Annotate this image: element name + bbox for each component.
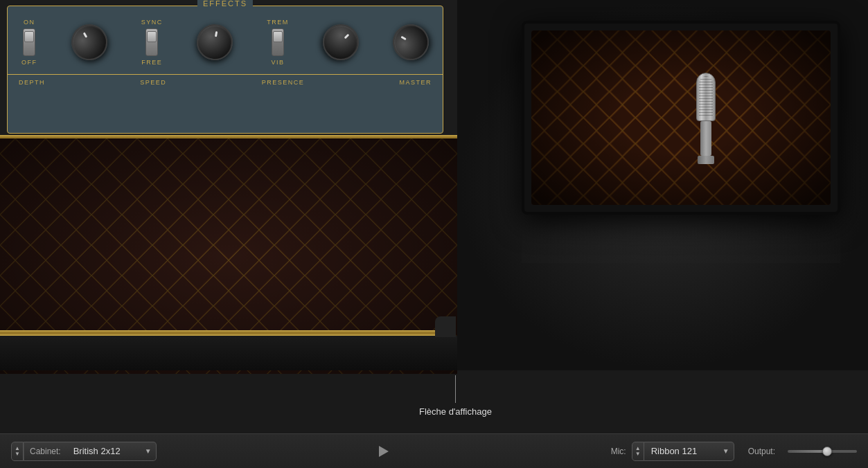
tooltip-text: Flèche d'affichage (419, 406, 492, 418)
effects-label: EFFECTS (197, 0, 253, 8)
tooltip-annotation: Flèche d'affichage (419, 375, 492, 418)
on-off-toggle[interactable] (23, 28, 35, 56)
play-triangle-icon (379, 446, 389, 457)
controls-row: ON OFF SYNC FREE TREM VIB (8, 6, 443, 66)
microphone[interactable] (696, 73, 716, 163)
trem-vib-group: TREM VIB (267, 19, 289, 66)
presence-bottom-label: PRESENCE (262, 79, 305, 86)
output-control-group: Output: (748, 447, 857, 456)
tooltip-line (455, 375, 456, 403)
off-label: OFF (21, 59, 37, 66)
amp-bottom-frame (0, 330, 450, 336)
sync-free-toggle[interactable] (145, 28, 158, 56)
mic-value: Ribbon 121 (651, 446, 698, 456)
play-button[interactable] (375, 443, 392, 460)
output-slider[interactable] (788, 450, 857, 453)
knob1-group (71, 24, 107, 60)
mic-label: Mic: (611, 447, 626, 456)
corner-bracket (435, 316, 456, 337)
svg-rect-5 (531, 30, 831, 205)
mic-select[interactable]: Ribbon 121 (644, 442, 734, 461)
depth-bottom-label: DEPTH (19, 79, 45, 86)
mic-base (698, 156, 714, 164)
cab-view-container (515, 14, 847, 222)
cab-reflection (522, 225, 840, 263)
cab-grille (531, 30, 831, 205)
sync-free-group: SYNC FREE (141, 19, 163, 66)
master-bottom-label: MASTER (399, 79, 432, 86)
free-label: FREE (141, 59, 162, 66)
sync-label: SYNC (141, 19, 163, 26)
cabinet-control-group: ▲ ▼ Cabinet: British 2x12 ▼ (11, 442, 157, 461)
trem-vib-toggle[interactable] (272, 28, 284, 56)
output-label: Output: (748, 447, 775, 456)
speed-knob[interactable] (194, 21, 236, 63)
amp-container: EFFECTS ON OFF SYNC FREE (0, 0, 457, 370)
output-slider-thumb (822, 447, 832, 456)
knob4-group (393, 24, 429, 60)
cabinet-label: Cabinet: (24, 442, 67, 461)
knob2-group (197, 24, 233, 60)
master-knob[interactable] (386, 17, 435, 66)
amp-bottom-trim (0, 336, 457, 370)
cabinet-select[interactable]: British 2x12 (67, 442, 157, 461)
cabinet-value: British 2x12 (73, 446, 121, 456)
effects-panel: EFFECTS ON OFF SYNC FREE (7, 6, 443, 134)
knob3-group (323, 24, 359, 60)
bottom-labels: DEPTH SPEED PRESENCE MASTER (8, 74, 443, 86)
bottom-toolbar: ▲ ▼ Cabinet: British 2x12 ▼ Mic: ▲ ▼ Rib… (0, 433, 868, 468)
depth-knob[interactable] (64, 17, 114, 66)
cabinet-select-wrapper: British 2x12 ▼ (67, 442, 157, 461)
cabinet-up-down-arrows[interactable]: ▲ ▼ (11, 442, 24, 461)
cab-grille-svg (531, 30, 831, 205)
mic-select-wrapper: Ribbon 121 ▼ (644, 442, 734, 461)
trem-label: TREM (267, 19, 289, 26)
on-label: ON (24, 19, 35, 26)
cab-body (522, 21, 840, 215)
mic-body (700, 121, 711, 156)
presence-knob[interactable] (315, 17, 366, 68)
mic-head (696, 73, 716, 121)
on-off-group: ON OFF (21, 19, 37, 66)
vib-label: VIB (271, 59, 284, 66)
mic-control-group: Mic: ▲ ▼ Ribbon 121 ▼ (611, 442, 734, 461)
mic-up-down-arrows[interactable]: ▲ ▼ (632, 442, 644, 461)
speed-bottom-label: SPEED (140, 79, 166, 86)
